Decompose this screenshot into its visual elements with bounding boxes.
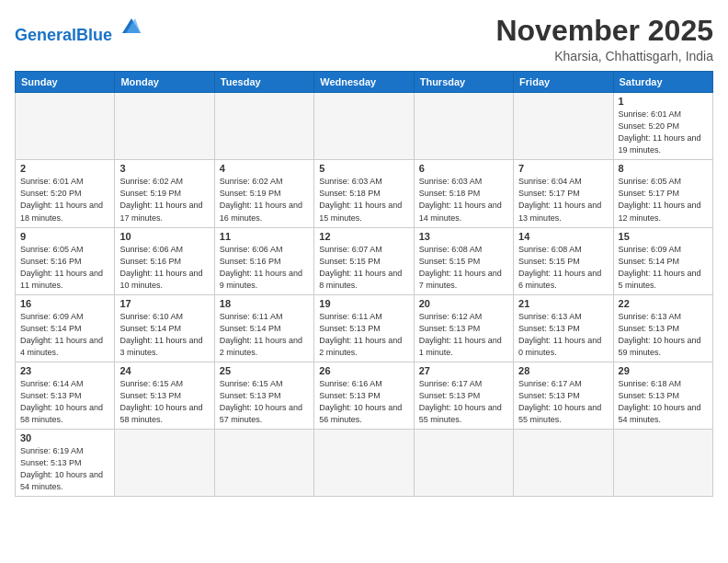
calendar-cell [613, 430, 712, 497]
calendar-header-row: SundayMondayTuesdayWednesdayThursdayFrid… [16, 72, 713, 93]
day-number: 4 [220, 163, 309, 174]
calendar-cell [115, 430, 214, 497]
day-info: Sunrise: 6:17 AM Sunset: 5:13 PM Dayligh… [518, 378, 608, 426]
day-info: Sunrise: 6:04 AM Sunset: 5:17 PM Dayligh… [518, 176, 608, 224]
calendar-cell [214, 430, 313, 497]
calendar-cell: 16Sunrise: 6:09 AM Sunset: 5:14 PM Dayli… [16, 294, 115, 362]
logo-text: GeneralBlue [15, 26, 117, 44]
calendar-week-row: 30Sunrise: 6:19 AM Sunset: 5:13 PM Dayli… [16, 430, 713, 497]
calendar-cell: 8Sunrise: 6:05 AM Sunset: 5:17 PM Daylig… [613, 160, 712, 227]
calendar-cell [514, 430, 613, 497]
calendar-cell: 3Sunrise: 6:02 AM Sunset: 5:19 PM Daylig… [115, 160, 214, 227]
calendar-cell: 30Sunrise: 6:19 AM Sunset: 5:13 PM Dayli… [16, 430, 115, 497]
logo-blue: Blue [76, 26, 112, 44]
calendar-week-row: 2Sunrise: 6:01 AM Sunset: 5:20 PM Daylig… [16, 160, 713, 227]
day-info: Sunrise: 6:03 AM Sunset: 5:18 PM Dayligh… [319, 176, 408, 224]
day-number: 15 [619, 231, 708, 242]
col-header-thursday: Thursday [414, 72, 513, 93]
day-info: Sunrise: 6:12 AM Sunset: 5:13 PM Dayligh… [419, 311, 508, 359]
calendar-cell [214, 93, 313, 160]
day-number: 17 [119, 298, 209, 309]
calendar-cell [314, 93, 414, 160]
calendar-week-row: 16Sunrise: 6:09 AM Sunset: 5:14 PM Dayli… [16, 294, 713, 362]
day-info: Sunrise: 6:18 AM Sunset: 5:13 PM Dayligh… [619, 378, 708, 426]
day-number: 16 [20, 298, 109, 309]
calendar-cell: 15Sunrise: 6:09 AM Sunset: 5:14 PM Dayli… [613, 227, 712, 294]
calendar-cell: 7Sunrise: 6:04 AM Sunset: 5:17 PM Daylig… [514, 160, 613, 227]
day-info: Sunrise: 6:03 AM Sunset: 5:18 PM Dayligh… [419, 176, 508, 224]
calendar-cell: 21Sunrise: 6:13 AM Sunset: 5:13 PM Dayli… [514, 294, 613, 362]
day-number: 10 [119, 231, 209, 242]
day-info: Sunrise: 6:16 AM Sunset: 5:13 PM Dayligh… [319, 378, 408, 426]
calendar-cell: 2Sunrise: 6:01 AM Sunset: 5:20 PM Daylig… [16, 160, 115, 227]
calendar-cell: 5Sunrise: 6:03 AM Sunset: 5:18 PM Daylig… [314, 160, 414, 227]
col-header-sunday: Sunday [16, 72, 115, 93]
title-block: November 2025 Kharsia, Chhattisgarh, Ind… [495, 15, 713, 63]
day-info: Sunrise: 6:09 AM Sunset: 5:14 PM Dayligh… [20, 311, 109, 359]
day-number: 27 [419, 365, 508, 376]
logo-general: General [15, 26, 76, 44]
day-number: 22 [619, 298, 708, 309]
location-subtitle: Kharsia, Chhattisgarh, India [495, 49, 713, 63]
day-number: 2 [20, 163, 109, 174]
day-number: 23 [20, 365, 109, 376]
day-info: Sunrise: 6:15 AM Sunset: 5:13 PM Dayligh… [220, 378, 309, 426]
calendar-cell: 29Sunrise: 6:18 AM Sunset: 5:13 PM Dayli… [613, 362, 712, 429]
day-info: Sunrise: 6:02 AM Sunset: 5:19 PM Dayligh… [119, 176, 209, 224]
calendar-cell: 14Sunrise: 6:08 AM Sunset: 5:15 PM Dayli… [514, 227, 613, 294]
calendar-cell: 23Sunrise: 6:14 AM Sunset: 5:13 PM Dayli… [16, 362, 115, 429]
calendar-cell: 27Sunrise: 6:17 AM Sunset: 5:13 PM Dayli… [414, 362, 513, 429]
day-info: Sunrise: 6:09 AM Sunset: 5:14 PM Dayligh… [619, 244, 708, 292]
calendar-cell: 1Sunrise: 6:01 AM Sunset: 5:20 PM Daylig… [613, 93, 712, 160]
calendar-cell: 19Sunrise: 6:11 AM Sunset: 5:13 PM Dayli… [314, 294, 414, 362]
calendar-cell [514, 93, 613, 160]
calendar-cell: 18Sunrise: 6:11 AM Sunset: 5:14 PM Dayli… [214, 294, 313, 362]
day-number: 18 [220, 298, 309, 309]
day-info: Sunrise: 6:13 AM Sunset: 5:13 PM Dayligh… [518, 311, 608, 359]
calendar-cell [16, 93, 115, 160]
day-number: 25 [220, 365, 309, 376]
day-number: 5 [319, 163, 408, 174]
day-info: Sunrise: 6:01 AM Sunset: 5:20 PM Dayligh… [20, 176, 109, 224]
col-header-saturday: Saturday [613, 72, 712, 93]
day-number: 26 [319, 365, 408, 376]
calendar-cell: 11Sunrise: 6:06 AM Sunset: 5:16 PM Dayli… [214, 227, 313, 294]
day-info: Sunrise: 6:05 AM Sunset: 5:17 PM Dayligh… [619, 176, 708, 224]
header: GeneralBlue November 2025 Kharsia, Chhat… [15, 15, 713, 63]
month-title: November 2025 [495, 15, 713, 47]
calendar-cell [414, 430, 513, 497]
calendar-cell: 13Sunrise: 6:08 AM Sunset: 5:15 PM Dayli… [414, 227, 513, 294]
day-info: Sunrise: 6:06 AM Sunset: 5:16 PM Dayligh… [119, 244, 209, 292]
calendar-cell [115, 93, 214, 160]
calendar-cell: 10Sunrise: 6:06 AM Sunset: 5:16 PM Dayli… [115, 227, 214, 294]
day-info: Sunrise: 6:14 AM Sunset: 5:13 PM Dayligh… [20, 378, 109, 426]
calendar-cell: 12Sunrise: 6:07 AM Sunset: 5:15 PM Dayli… [314, 227, 414, 294]
day-number: 24 [119, 365, 209, 376]
day-info: Sunrise: 6:11 AM Sunset: 5:14 PM Dayligh… [220, 311, 309, 359]
logo-icon [119, 15, 144, 40]
calendar-cell: 6Sunrise: 6:03 AM Sunset: 5:18 PM Daylig… [414, 160, 513, 227]
calendar-cell [314, 430, 414, 497]
day-info: Sunrise: 6:06 AM Sunset: 5:16 PM Dayligh… [220, 244, 309, 292]
day-number: 1 [619, 96, 708, 107]
col-header-wednesday: Wednesday [314, 72, 414, 93]
day-info: Sunrise: 6:01 AM Sunset: 5:20 PM Dayligh… [619, 109, 708, 156]
day-number: 14 [518, 231, 608, 242]
calendar-week-row: 23Sunrise: 6:14 AM Sunset: 5:13 PM Dayli… [16, 362, 713, 429]
calendar-cell: 25Sunrise: 6:15 AM Sunset: 5:13 PM Dayli… [214, 362, 313, 429]
day-number: 8 [619, 163, 708, 174]
calendar-page: GeneralBlue November 2025 Kharsia, Chhat… [0, 0, 728, 563]
calendar-cell: 17Sunrise: 6:10 AM Sunset: 5:14 PM Dayli… [115, 294, 214, 362]
day-info: Sunrise: 6:19 AM Sunset: 5:13 PM Dayligh… [20, 445, 109, 493]
calendar-cell: 22Sunrise: 6:13 AM Sunset: 5:13 PM Dayli… [613, 294, 712, 362]
day-number: 20 [419, 298, 508, 309]
calendar-cell: 26Sunrise: 6:16 AM Sunset: 5:13 PM Dayli… [314, 362, 414, 429]
calendar-week-row: 1Sunrise: 6:01 AM Sunset: 5:20 PM Daylig… [16, 93, 713, 160]
day-info: Sunrise: 6:15 AM Sunset: 5:13 PM Dayligh… [119, 378, 209, 426]
day-number: 19 [319, 298, 408, 309]
day-number: 9 [20, 231, 109, 242]
calendar-cell: 9Sunrise: 6:05 AM Sunset: 5:16 PM Daylig… [16, 227, 115, 294]
day-info: Sunrise: 6:10 AM Sunset: 5:14 PM Dayligh… [119, 311, 209, 359]
day-info: Sunrise: 6:08 AM Sunset: 5:15 PM Dayligh… [419, 244, 508, 292]
col-header-tuesday: Tuesday [214, 72, 313, 93]
